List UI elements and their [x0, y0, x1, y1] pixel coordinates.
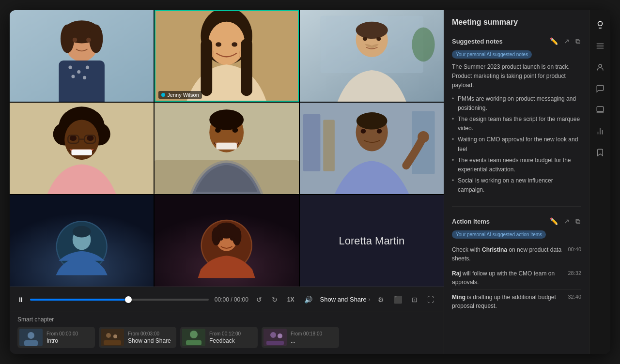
chapter-time-3: From 00:18:00 [291, 331, 322, 336]
action-item-2: Ming is drafting up the additional budge… [452, 290, 581, 313]
bullet-item-4: Social is working on a new influencer ca… [452, 176, 581, 195]
nav-chat-icon[interactable] [591, 80, 609, 97]
bullet-item-1: The design team has the script for the m… [452, 115, 581, 133]
meeting-summary-title: Meeting summary [452, 18, 581, 27]
chapter-name-3: ... [291, 337, 322, 344]
copy-actions-icon[interactable]: ⧉ [574, 216, 581, 227]
chapter-item-0[interactable]: From 00:00:00 Intro [17, 327, 95, 348]
svg-point-20 [216, 42, 222, 46]
video-cell-3[interactable] [300, 10, 444, 102]
svg-point-37 [87, 135, 93, 141]
svg-rect-87 [266, 341, 284, 345]
svg-rect-76 [24, 340, 38, 346]
sidebar-panel: Meeting summary Suggested notes ✏️ ↗ ⧉ Y… [444, 10, 589, 354]
action-time-1: 28:32 [568, 269, 581, 276]
svg-point-57 [376, 129, 382, 133]
chapter-name-1: Show and Share [128, 337, 171, 344]
chapter-label[interactable]: Show and Share › [320, 296, 370, 303]
copy-notes-icon[interactable]: ⧉ [574, 36, 581, 46]
suggested-notes-title: Suggested notes [452, 38, 503, 45]
svg-rect-50 [303, 114, 320, 171]
progress-bar[interactable] [30, 299, 209, 301]
video-cell-jenny[interactable]: Jenny Wilson [155, 10, 298, 102]
nav-bookmark-icon[interactable] [591, 144, 609, 161]
svg-point-86 [278, 334, 282, 338]
chapter-thumb-0 [19, 329, 43, 346]
svg-rect-45 [217, 143, 237, 150]
svg-point-17 [208, 22, 245, 65]
action-text-1: Raj will follow up with the CMO team on … [452, 269, 568, 287]
action-time-0: 00:40 [568, 245, 581, 252]
notes-intro: The Summer 2023 product launch is on tra… [452, 62, 581, 91]
chapter-name-0: Intro [46, 337, 78, 344]
video-cell-5[interactable] [155, 103, 298, 194]
smart-chapters-title: Smart chapter [17, 316, 436, 323]
svg-point-9 [86, 66, 89, 69]
progress-thumb[interactable] [125, 296, 132, 303]
controls-bar: ⏸ 00:00 / 00:00 ↺ ↻ 1X 🔊 Show and Share … [10, 287, 444, 312]
video-cell-loretta[interactable]: Loretta Martin [300, 195, 444, 287]
svg-point-7 [68, 66, 72, 69]
svg-point-11 [83, 76, 86, 79]
video-cell-4[interactable] [10, 103, 154, 194]
fast-forward-icon[interactable]: ↻ [270, 294, 279, 305]
svg-point-72 [218, 237, 223, 241]
edit-actions-icon[interactable]: ✏️ [549, 216, 559, 227]
share-actions-icon[interactable]: ↗ [563, 216, 571, 227]
subtitles-icon[interactable]: ⬛ [392, 294, 404, 305]
chapter-time-1: From 00:03:00 [128, 331, 171, 336]
action-items-title: Action items [452, 218, 490, 225]
nav-chart-icon[interactable] [591, 122, 609, 140]
chapter-item-3[interactable]: From 00:18:00 ... [262, 327, 339, 348]
svg-point-13 [86, 38, 91, 42]
action-items-badge: Your personal AI suggested action items [452, 230, 546, 239]
action-item-0: Check with Christina on new product data… [452, 243, 581, 266]
share-notes-icon[interactable]: ↗ [563, 36, 571, 46]
video-cell-1[interactable] [10, 10, 154, 102]
svg-point-71 [232, 227, 242, 245]
progress-fill [30, 299, 128, 301]
svg-point-26 [356, 22, 388, 39]
svg-point-24 [412, 27, 434, 61]
pause-button[interactable]: ⏸ [17, 296, 24, 303]
volume-icon[interactable]: 🔊 [302, 294, 314, 305]
fullscreen-icon[interactable]: ⛶ [425, 294, 436, 305]
video-section: Jenny Wilson [10, 10, 444, 354]
nav-lightbulb-icon[interactable] [591, 16, 609, 33]
pip-icon[interactable]: ⊡ [410, 294, 419, 305]
rewind-icon[interactable]: ↺ [254, 294, 264, 305]
chapter-thumb-1 [101, 329, 124, 346]
suggested-notes-badge: Your personal AI suggested notes [452, 50, 532, 59]
chapter-time-2: From 00:12:00 [209, 331, 241, 336]
svg-rect-80 [104, 340, 121, 345]
svg-point-54 [356, 112, 387, 129]
settings-icon[interactable]: ⚙ [376, 294, 386, 305]
svg-rect-18 [201, 39, 213, 96]
action-item-1: Raj will follow up with the CMO team on … [452, 266, 581, 290]
nav-menu-icon[interactable] [591, 37, 609, 55]
svg-point-70 [212, 227, 221, 245]
video-cell-7[interactable] [10, 195, 154, 287]
time-display: 00:00 / 00:00 [215, 296, 248, 303]
svg-point-46 [215, 127, 221, 133]
video-cell-6[interactable] [300, 103, 444, 194]
action-text-2: Ming is drafting up the additional budge… [452, 293, 568, 310]
video-cell-8[interactable] [155, 195, 298, 287]
speed-button[interactable]: 1X [285, 295, 296, 304]
svg-rect-83 [186, 340, 202, 345]
video-grid: Jenny Wilson [10, 10, 444, 287]
action-time-2: 32:40 [568, 293, 581, 300]
edit-notes-icon[interactable]: ✏️ [549, 36, 559, 46]
chapter-thumb-2 [182, 329, 205, 346]
nav-people-icon[interactable] [591, 59, 609, 76]
section-divider [452, 206, 581, 207]
svg-point-55 [418, 131, 429, 143]
smart-chapters: Smart chapter From 00:00:00 Intro [10, 312, 444, 354]
bullet-item-3: The events team needs more budget for th… [452, 156, 581, 174]
chapter-item-1[interactable]: From 00:03:00 Show and Share [99, 327, 176, 348]
nav-whiteboard-icon[interactable] [591, 101, 609, 119]
svg-point-4 [61, 25, 74, 53]
svg-point-36 [70, 135, 77, 141]
chapter-item-2[interactable]: From 00:12:00 Feedback [180, 327, 258, 348]
svg-point-12 [73, 38, 77, 42]
